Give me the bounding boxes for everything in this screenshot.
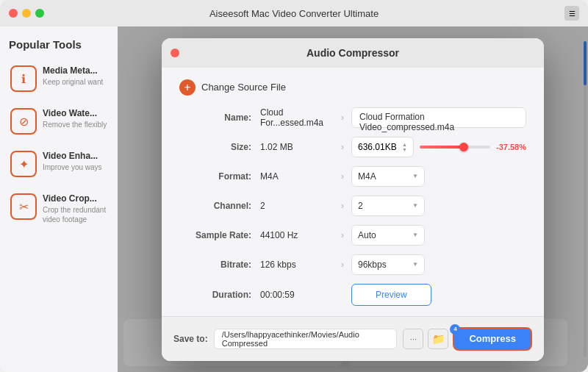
sidebar-item-desc: Improve you ways — [43, 162, 107, 172]
sample-select-arrow-icon: ▼ — [412, 232, 418, 238]
format-select-arrow-icon: ▼ — [412, 173, 418, 179]
size-label: Size: — [179, 142, 260, 152]
format-label: Format: — [179, 171, 260, 182]
slider-thumb[interactable] — [459, 143, 468, 151]
video-crop-icon: ✂ — [10, 193, 37, 220]
bitrate-label: Bitrate: — [179, 260, 260, 270]
sample-rate-value: 44100 Hz — [260, 230, 334, 240]
sidebar-title: Popular Tools — [6, 38, 112, 51]
format-select[interactable]: M4A ▼ — [351, 166, 425, 187]
name-value: Cloud For...essed.m4a — [260, 107, 334, 128]
sidebar-item-name: Video Crop... — [43, 193, 107, 204]
channel-label: Channel: — [179, 201, 260, 211]
form-grid: Name: Cloud For...essed.m4a › Cloud Form… — [179, 107, 526, 306]
sidebar-item-name: Media Meta... — [43, 65, 107, 76]
change-source-label[interactable]: Change Source File — [201, 82, 286, 93]
media-meta-icon: ℹ — [10, 65, 37, 92]
name-input-area: Cloud Formation Video_compressed.m4a — [351, 107, 526, 128]
size-value: 1.02 MB — [260, 142, 334, 152]
size-controls: 636.01KB ▲ ▼ — [351, 137, 526, 157]
traffic-lights — [9, 9, 44, 18]
format-value: M4A — [260, 171, 334, 182]
sidebar-item-desc: Crop the redundant video footage — [43, 205, 107, 224]
size-stepper[interactable]: 636.01KB ▲ ▼ — [351, 137, 414, 157]
close-button[interactable] — [9, 9, 18, 18]
channel-input-area: 2 ▼ — [351, 196, 526, 216]
sample-rate-row: Sample Rate: 44100 Hz › Auto ▼ — [179, 225, 526, 246]
change-source-row: + Change Source File — [179, 79, 526, 96]
title-bar: Aiseesoft Mac Video Converter Ultimate ☰ — [0, 0, 588, 26]
size-arrow-icon: › — [334, 142, 351, 152]
sidebar-item-video-watermark[interactable]: ⊘ Video Wate... Remove the flexibly — [6, 102, 112, 140]
name-output-input[interactable]: Cloud Formation Video_compressed.m4a — [351, 107, 526, 128]
format-input-area: M4A ▼ — [351, 166, 526, 187]
add-source-button[interactable]: + — [179, 79, 196, 96]
bitrate-select-arrow-icon: ▼ — [412, 261, 418, 268]
bitrate-value: 126 kbps — [260, 260, 334, 270]
save-path-display: /Users/lhappyacethinker/Movies/Audio Com… — [214, 329, 398, 349]
modal-close-button[interactable] — [171, 49, 179, 57]
notification-badge-wrapper: 4 Compress — [453, 327, 532, 351]
modal-title-bar: Audio Compressor — [162, 38, 544, 68]
sidebar-item-video-enhance[interactable]: ✦ Video Enha... Improve you ways — [6, 145, 112, 183]
sample-rate-label: Sample Rate: — [179, 230, 260, 240]
sidebar-item-desc: Remove the flexibly — [43, 120, 107, 129]
folder-button[interactable]: 📁 — [428, 329, 448, 349]
duration-value: 00:00:59 — [260, 290, 334, 300]
sidebar: Popular Tools ℹ Media Meta... Keep origi… — [0, 26, 118, 372]
app-window: Aiseesoft Mac Video Converter Ultimate ☰… — [0, 0, 588, 372]
sidebar-item-desc: Keep original want — [43, 77, 107, 87]
name-arrow-icon: › — [334, 112, 351, 123]
more-options-button[interactable]: ··· — [403, 329, 423, 349]
modal-title: Audio Compressor — [306, 47, 399, 59]
right-area: 📄 and Image Watermark to the video 🎞 Cor… — [118, 26, 588, 372]
duration-label: Duration: — [179, 290, 260, 300]
slider-fill — [420, 146, 464, 149]
sidebar-item-video-crop[interactable]: ✂ Video Crop... Crop the redundant video… — [6, 187, 112, 230]
channel-row: Channel: 2 › 2 ▼ — [179, 196, 526, 216]
stepper-up[interactable]: ▲ — [402, 142, 407, 147]
preview-button[interactable]: Preview — [351, 284, 431, 306]
stepper-down[interactable]: ▼ — [402, 147, 407, 152]
video-enhance-icon: ✦ — [10, 151, 37, 177]
duration-row: Duration: 00:00:59 Preview — [179, 284, 526, 306]
footer-buttons: ··· 📁 4 Compress — [403, 327, 532, 351]
channel-select[interactable]: 2 ▼ — [351, 196, 425, 216]
sample-rate-select[interactable]: Auto ▼ — [351, 225, 425, 246]
sample-rate-arrow-icon: › — [334, 230, 351, 240]
compression-slider[interactable] — [420, 146, 490, 149]
channel-arrow-icon: › — [334, 201, 351, 211]
bitrate-select[interactable]: 96kbps ▼ — [351, 254, 425, 275]
modal-overlay: Audio Compressor + Change Source File — [118, 26, 588, 372]
size-percent: -37.58% — [496, 143, 526, 151]
app-title: Aiseesoft Mac Video Converter Ultimate — [209, 8, 379, 19]
sidebar-item-media-meta[interactable]: ℹ Media Meta... Keep original want — [6, 60, 112, 98]
compress-button[interactable]: Compress — [453, 327, 532, 351]
channel-value: 2 — [260, 201, 334, 211]
sidebar-item-name: Video Enha... — [43, 151, 107, 161]
minimize-button[interactable] — [22, 9, 31, 18]
size-input-area: 636.01KB ▲ ▼ — [351, 137, 526, 157]
menu-icon[interactable]: ☰ — [564, 6, 579, 21]
slider-track — [420, 146, 490, 149]
format-arrow-icon: › — [334, 171, 351, 182]
maximize-button[interactable] — [35, 9, 44, 18]
bitrate-row: Bitrate: 126 kbps › 96kbps ▼ — [179, 254, 526, 275]
name-row: Name: Cloud For...essed.m4a › Cloud Form… — [179, 107, 526, 128]
stepper-arrows: ▲ ▼ — [402, 142, 407, 152]
format-row: Format: M4A › M4A ▼ — [179, 166, 526, 187]
modal-footer: Save to: /Users/lhappyacethinker/Movies/… — [162, 316, 544, 361]
channel-select-arrow-icon: ▼ — [412, 202, 418, 209]
sample-rate-input-area: Auto ▼ — [351, 225, 526, 246]
size-row: Size: 1.02 MB › 636.01KB ▲ — [179, 137, 526, 157]
bitrate-arrow-icon: › — [334, 260, 351, 270]
main-content: Popular Tools ℹ Media Meta... Keep origi… — [0, 26, 588, 372]
preview-area: Preview — [351, 284, 526, 306]
name-label: Name: — [179, 112, 260, 123]
bitrate-input-area: 96kbps ▼ — [351, 254, 526, 275]
save-to-label: Save to: — [173, 334, 208, 344]
sidebar-item-name: Video Wate... — [43, 108, 107, 118]
video-watermark-icon: ⊘ — [10, 108, 37, 135]
modal-body: + Change Source File Name: Cloud For...e… — [162, 68, 544, 306]
badge-count: 4 — [450, 324, 460, 335]
